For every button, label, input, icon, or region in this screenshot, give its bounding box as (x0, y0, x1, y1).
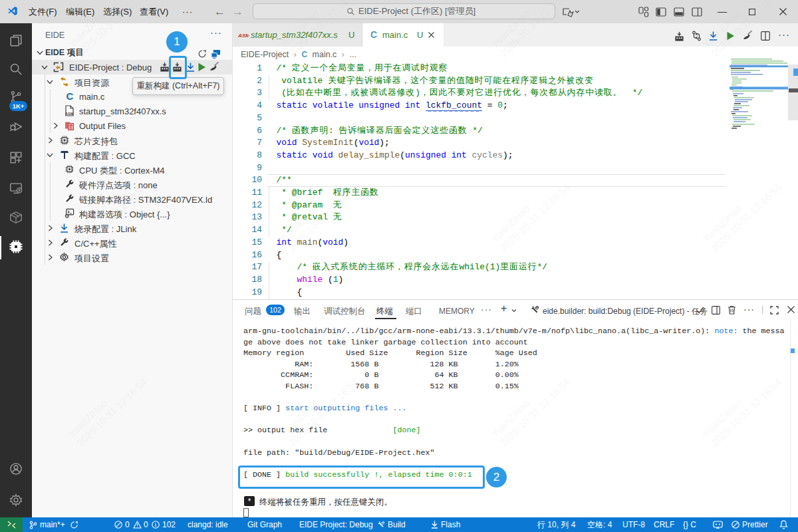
svg-text:ASM: ASM (238, 33, 249, 39)
svg-text:ASM: ASM (65, 112, 74, 116)
